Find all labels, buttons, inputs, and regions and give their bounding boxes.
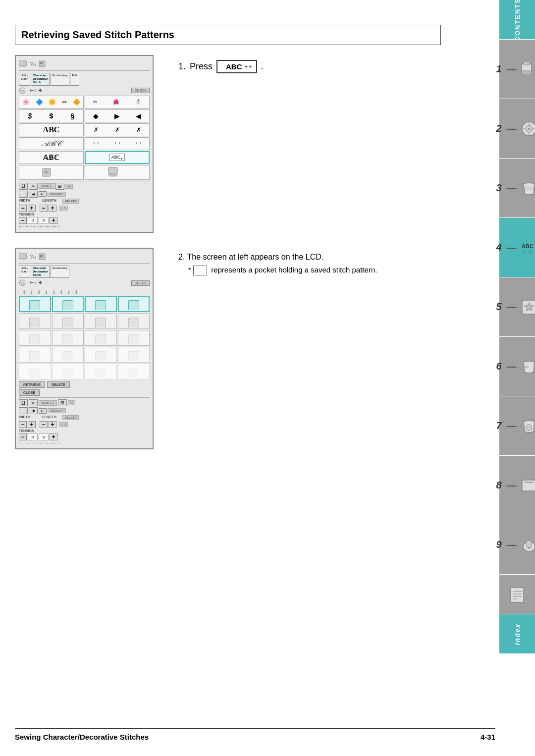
main-content: Retrieving Saved Stitch Patterns ?◂1 ☰ U… [0, 0, 499, 756]
delete-btn-1[interactable]: DELETE [62, 199, 79, 204]
memory-btn-2[interactable]: MEMORY [48, 408, 66, 413]
delete-button-2[interactable]: DELETE [47, 381, 70, 388]
measure-btn[interactable]: 4⟂ [39, 191, 47, 197]
section-title: Retrieving Saved Stitch Patterns [21, 29, 174, 40]
pocket-1[interactable] [19, 296, 51, 312]
sidebar-tab-3[interactable]: 3 — [499, 159, 535, 218]
stitch-cell-2[interactable]: ✂🌺⛄ [85, 96, 150, 108]
section-header: Retrieving Saved Stitch Patterns [15, 25, 441, 45]
arrow-left-btn[interactable]: ◄ [29, 191, 38, 198]
pocket-20[interactable] [118, 364, 150, 379]
stitch-cell-5[interactable]: ✗✗✗ [85, 123, 150, 136]
plus-btn-width-1[interactable]: + [28, 205, 36, 212]
pocket-4[interactable] [118, 296, 150, 312]
arrow-left-btn-2[interactable]: ◄ [29, 407, 38, 414]
lcd-tab-edit[interactable]: Edit [70, 73, 79, 86]
sidebar-tab-7[interactable]: 7 — [499, 396, 535, 456]
pocket-8[interactable] [118, 313, 150, 329]
sidebar-tab-9[interactable]: 9 — ?! [499, 515, 535, 575]
pocket-11[interactable] [85, 330, 117, 346]
stitch-cell-1[interactable]: 🌸🔷🌼✂🔶 [19, 96, 84, 108]
pocket-16[interactable] [118, 347, 150, 363]
minus-btn-width-2[interactable]: − [19, 421, 27, 428]
stitch-cell-pic1[interactable] [19, 165, 84, 180]
abc-button[interactable]: ABC ✦✦ [216, 60, 257, 73]
lcd-tab-character[interactable]: CharacterDecorativeStitch [31, 73, 50, 86]
stitch-select-btn-2[interactable]: ⊞ [58, 399, 67, 406]
plus-tension-1[interactable]: + [50, 217, 57, 224]
sidebar-tab-notes[interactable] [499, 575, 535, 614]
stitch-cell-4[interactable]: ◆▶◀ [85, 109, 150, 122]
pocket-2[interactable] [52, 296, 84, 312]
tab-5-icon [520, 296, 535, 318]
stitch-select-btn[interactable]: ⊞ [55, 183, 64, 190]
tab-9-number: 9 [496, 539, 501, 550]
pocket-19[interactable] [85, 364, 117, 379]
stitch-cell-pic2[interactable] [85, 165, 150, 180]
lcd-tab2-character[interactable]: CharacterDecorativeStitch [31, 266, 50, 278]
check-button-1[interactable]: CHECK [131, 88, 150, 93]
omega-btn[interactable]: Ω [19, 183, 28, 190]
pocket-13[interactable] [19, 347, 51, 363]
retrieve-button[interactable]: RETRIEVE [19, 381, 45, 388]
sidebar-tab-index[interactable]: Index [499, 614, 535, 654]
tab-4-icon: ABC ☆ ☆ [520, 237, 535, 259]
svg-rect-18 [522, 480, 535, 491]
lcd-tab2-utility[interactable]: UtilityStitch [19, 266, 30, 278]
pocket-14[interactable] [52, 347, 84, 363]
tab-6-number: 6 [496, 361, 501, 372]
lcd-tab2-embroidery[interactable]: Embroidery [51, 266, 70, 278]
stitch-cell-3[interactable]: $$§ [19, 109, 84, 122]
sidebar-tab-5[interactable]: 5 — [499, 277, 535, 337]
stitch-type-btn[interactable]: ≻ [29, 183, 38, 190]
svg-rect-40 [109, 173, 116, 176]
stitch-type-btn-2[interactable]: ≻ [29, 399, 38, 406]
close-button-row: CLOSE [19, 389, 150, 396]
measure-btn-2[interactable]: 4⟂ [39, 408, 47, 414]
minus-btn-length-1[interactable]: − [40, 205, 48, 212]
shape-btn[interactable]: ⬜ [19, 191, 28, 198]
pocket-7[interactable] [85, 313, 117, 329]
pocket-12[interactable] [118, 330, 150, 346]
pocket-9[interactable] [19, 330, 51, 346]
minus-tension-2[interactable]: − [19, 433, 27, 440]
stitch-cell-block-abc[interactable]: 𝔸𝔹ℂ [19, 151, 84, 164]
stitch-cell-script[interactable]: 𝒜ℬ𝒞 [19, 137, 84, 150]
shape-btn-2[interactable]: ⬜ [19, 407, 28, 414]
minus-btn-width-1[interactable]: − [19, 205, 27, 212]
stitch-cell-6[interactable]: ⋮⋮⋮⋮⋮⋮ [85, 137, 150, 150]
memory-btn-1[interactable]: MEMORY [48, 192, 66, 197]
sidebar-tab-4[interactable]: 4 — ABC ☆ ☆ [499, 218, 535, 277]
sidebar-tab-contents[interactable]: CONTENTS [499, 0, 535, 40]
pocket-5[interactable] [19, 313, 51, 329]
minus-tension-1[interactable]: − [19, 217, 27, 224]
stitch-cell-saved-abc[interactable]: ABC✦ [85, 151, 150, 164]
plus-btn-length-1[interactable]: + [49, 205, 56, 212]
sidebar-tab-6[interactable]: 6 — ✂ [499, 337, 535, 396]
plus-tension-2[interactable]: + [50, 433, 57, 440]
svg-text:⇓: ⇓ [22, 290, 26, 295]
check-button-2[interactable]: CHECK [131, 280, 150, 286]
plus-btn-length-2[interactable]: + [49, 421, 56, 428]
tension-value-2: 0 [28, 433, 38, 440]
omega-btn-2[interactable]: Ω [19, 399, 28, 406]
close-button[interactable]: CLOSE [19, 389, 40, 396]
delete-btn-2[interactable]: DELETE [62, 415, 79, 420]
plus-btn-width-2[interactable]: + [28, 421, 36, 428]
pocket-18[interactable] [52, 364, 84, 379]
sidebar-tab-8[interactable]: 8 — [499, 456, 535, 515]
svg-text:⇓: ⇓ [37, 290, 41, 295]
sidebar-tab-1[interactable]: 1 — [499, 40, 535, 99]
pocket-17[interactable] [19, 364, 51, 379]
pocket-15[interactable] [85, 347, 117, 363]
lcd-tab-embroidery[interactable]: Embroidery [51, 73, 70, 86]
pocket-10[interactable] [52, 330, 84, 346]
svg-text:⇓: ⇓ [74, 290, 78, 295]
pocket-6[interactable] [52, 313, 84, 329]
lcd-tab-utility[interactable]: UtilityStitch [19, 73, 30, 86]
stitch-cell-abc1[interactable]: ABC [19, 123, 84, 136]
pocket-3[interactable] [85, 296, 117, 312]
minus-btn-length-2[interactable]: − [40, 421, 48, 428]
right-sidebar: CONTENTS 1 — 2 — [499, 0, 535, 756]
sidebar-tab-2[interactable]: 2 — [499, 99, 535, 159]
